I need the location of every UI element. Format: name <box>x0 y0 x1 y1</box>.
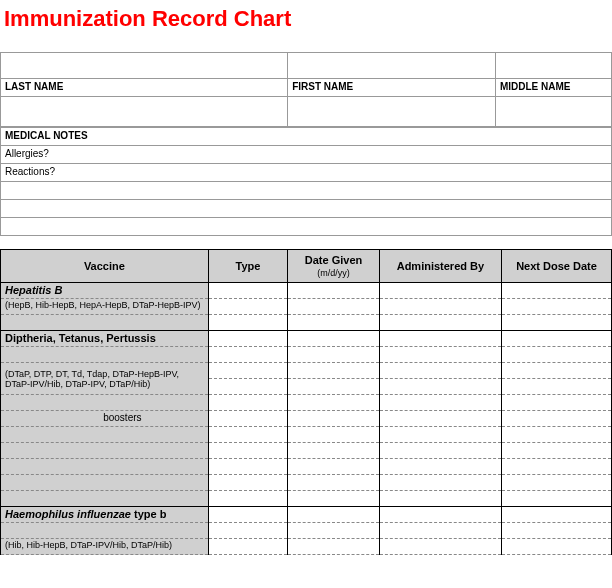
vaccine-sub-dtp: (DTaP, DTP, DT, Td, Tdap, DTaP-HepB-IPV,… <box>1 363 209 395</box>
admin-cell[interactable] <box>379 299 501 315</box>
date-cell[interactable] <box>288 523 380 539</box>
admin-cell[interactable] <box>379 539 501 555</box>
date-cell[interactable] <box>288 347 380 363</box>
next-cell[interactable] <box>502 539 612 555</box>
admin-cell[interactable] <box>379 523 501 539</box>
vaccine-blank <box>1 427 209 443</box>
vaccine-sub-hepb: (HepB, Hib-HepB, HepA-HepB, DTaP-HepB-IP… <box>1 299 209 315</box>
medical-notes-table: MEDICAL NOTES Allergies? Reactions? <box>0 127 612 250</box>
next-cell[interactable] <box>502 363 612 379</box>
date-cell[interactable] <box>288 395 380 411</box>
next-cell[interactable] <box>502 379 612 395</box>
vaccine-sub-hib: (Hib, Hib-HepB, DTaP-IPV/Hib, DTaP/Hib) <box>1 539 209 555</box>
next-cell[interactable] <box>502 459 612 475</box>
admin-cell[interactable] <box>379 347 501 363</box>
vaccine-blank <box>1 347 209 363</box>
admin-cell[interactable] <box>379 283 501 299</box>
date-cell[interactable] <box>288 363 380 379</box>
next-cell[interactable] <box>502 331 612 347</box>
date-cell[interactable] <box>288 507 380 523</box>
next-cell[interactable] <box>502 491 612 507</box>
date-cell[interactable] <box>288 427 380 443</box>
type-cell[interactable] <box>208 427 287 443</box>
middle-name-field[interactable] <box>495 96 611 126</box>
date-cell[interactable] <box>288 491 380 507</box>
admin-cell[interactable] <box>379 363 501 379</box>
vaccine-table: Vaccine Type Date Given (m/d/yy) Adminis… <box>0 249 612 555</box>
type-cell[interactable] <box>208 283 287 299</box>
vaccine-boosters-label: boosters <box>1 411 209 427</box>
next-cell[interactable] <box>502 347 612 363</box>
admin-cell[interactable] <box>379 379 501 395</box>
type-cell[interactable] <box>208 379 287 395</box>
type-cell[interactable] <box>208 459 287 475</box>
last-name-field[interactable] <box>1 96 288 126</box>
admin-cell[interactable] <box>379 459 501 475</box>
admin-cell[interactable] <box>379 443 501 459</box>
admin-cell[interactable] <box>379 315 501 331</box>
type-cell[interactable] <box>208 523 287 539</box>
date-cell[interactable] <box>288 331 380 347</box>
type-cell[interactable] <box>208 347 287 363</box>
type-cell[interactable] <box>208 363 287 379</box>
next-cell[interactable] <box>502 283 612 299</box>
type-cell[interactable] <box>208 539 287 555</box>
first-name-field[interactable] <box>288 96 496 126</box>
type-cell[interactable] <box>208 475 287 491</box>
admin-cell[interactable] <box>379 331 501 347</box>
vaccine-blank <box>1 459 209 475</box>
notes-row[interactable] <box>1 199 612 217</box>
vaccine-blank <box>1 491 209 507</box>
identity-table: LAST NAME FIRST NAME MIDDLE NAME <box>0 38 612 127</box>
date-cell[interactable] <box>288 475 380 491</box>
type-cell[interactable] <box>208 443 287 459</box>
next-cell[interactable] <box>502 475 612 491</box>
col-type: Type <box>208 250 287 283</box>
type-cell[interactable] <box>208 395 287 411</box>
identity-cell[interactable] <box>495 52 611 78</box>
type-cell[interactable] <box>208 299 287 315</box>
date-cell[interactable] <box>288 443 380 459</box>
col-vaccine: Vaccine <box>1 250 209 283</box>
reactions-row[interactable]: Reactions? <box>1 163 612 181</box>
date-cell[interactable] <box>288 315 380 331</box>
date-cell[interactable] <box>288 299 380 315</box>
vaccine-blank <box>1 315 209 331</box>
vaccine-blank <box>1 475 209 491</box>
next-cell[interactable] <box>502 299 612 315</box>
next-cell[interactable] <box>502 443 612 459</box>
identity-cell[interactable] <box>1 52 288 78</box>
notes-row[interactable] <box>1 217 612 235</box>
next-cell[interactable] <box>502 507 612 523</box>
date-cell[interactable] <box>288 411 380 427</box>
type-cell[interactable] <box>208 315 287 331</box>
next-cell[interactable] <box>502 411 612 427</box>
type-cell[interactable] <box>208 331 287 347</box>
date-cell[interactable] <box>288 283 380 299</box>
col-next-dose: Next Dose Date <box>502 250 612 283</box>
allergies-row[interactable]: Allergies? <box>1 145 612 163</box>
admin-cell[interactable] <box>379 475 501 491</box>
vaccine-name-hib: Haemophilus influenzae type b <box>1 507 209 523</box>
admin-cell[interactable] <box>379 507 501 523</box>
next-cell[interactable] <box>502 427 612 443</box>
next-cell[interactable] <box>502 315 612 331</box>
medical-notes-heading: MEDICAL NOTES <box>1 127 612 145</box>
type-cell[interactable] <box>208 507 287 523</box>
admin-cell[interactable] <box>379 395 501 411</box>
admin-cell[interactable] <box>379 491 501 507</box>
type-cell[interactable] <box>208 411 287 427</box>
identity-cell[interactable] <box>288 52 496 78</box>
admin-cell[interactable] <box>379 411 501 427</box>
type-cell[interactable] <box>208 491 287 507</box>
date-cell[interactable] <box>288 459 380 475</box>
date-cell[interactable] <box>288 379 380 395</box>
notes-row[interactable] <box>1 181 612 199</box>
vaccine-name-dtp: Diptheria, Tetanus, Pertussis <box>1 331 209 347</box>
col-date-given: Date Given (m/d/yy) <box>288 250 380 283</box>
admin-cell[interactable] <box>379 427 501 443</box>
next-cell[interactable] <box>502 523 612 539</box>
next-cell[interactable] <box>502 395 612 411</box>
vaccine-blank <box>1 395 209 411</box>
date-cell[interactable] <box>288 539 380 555</box>
